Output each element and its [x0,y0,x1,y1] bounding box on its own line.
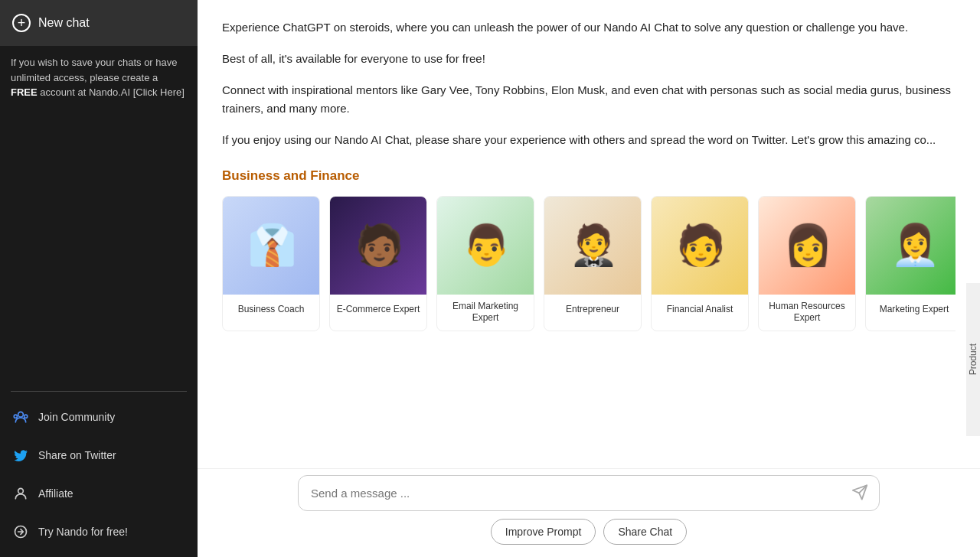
card-image-email-marketing: 👨 [437,197,534,295]
svg-point-0 [18,412,24,417]
card-label-business-coach: Business Coach [223,295,319,325]
avatar-financial-analyst: 🧑 [676,222,726,269]
join-community-label: Join Community [38,411,115,423]
sidebar-item-share-twitter[interactable]: Share on Twitter [0,436,198,474]
info-text-after: account at Nando.AI [Click Here] [38,86,185,98]
chat-input-area: Improve Prompt Share Chat [198,468,980,557]
main-content: Experience ChatGPT on steroids, where yo… [198,0,980,557]
svg-point-1 [14,415,17,418]
avatar-marketing-expert: 👩‍💼 [890,222,940,269]
avatar-human-resources: 👩 [783,222,833,269]
person-icon [12,485,29,502]
card-email-marketing[interactable]: 👨 Email Marketing Expert [436,196,534,331]
card-entrepreneur[interactable]: 🤵 Entrepreneur [544,196,642,331]
sidebar-item-join-community[interactable]: Join Community [0,398,198,436]
sidebar-divider [11,391,187,392]
card-image-business-coach: 👔 [223,197,320,295]
chat-action-buttons: Improve Prompt Share Chat [491,519,687,545]
product-label: Product [968,344,978,375]
cards-row: 👔 Business Coach 🧑🏾 E-Commerce Expert 👨 … [222,196,956,337]
sidebar-item-try-nando[interactable]: Try Nando for free! [0,513,198,551]
avatar-ecommerce: 🧑🏾 [354,222,404,269]
try-nando-label: Try Nando for free! [38,526,128,538]
send-icon[interactable] [851,484,868,503]
card-human-resources[interactable]: 👩 Human Resources Expert [758,196,856,331]
share-twitter-label: Share on Twitter [38,449,116,461]
chat-input[interactable] [311,487,845,500]
card-label-entrepreneur: Entrepreneur [544,295,641,325]
card-label-human-resources: Human Resources Expert [759,295,855,331]
avatar-business-coach: 👔 [247,222,297,269]
info-bold: FREE [11,86,38,98]
card-business-coach[interactable]: 👔 Business Coach [222,196,320,331]
plus-icon: + [12,14,31,32]
card-image-financial-analyst: 🧑 [652,197,749,295]
card-ecommerce-expert[interactable]: 🧑🏾 E-Commerce Expert [329,196,427,331]
chat-scroll-area: Experience ChatGPT on steroids, where yo… [198,0,980,468]
card-image-human-resources: 👩 [759,197,856,295]
twitter-icon [12,447,29,464]
right-edge-panel: Product [966,283,980,436]
affiliate-label: Affiliate [38,487,74,500]
card-label-email-marketing: Email Marketing Expert [437,295,534,331]
avatar-email-marketing: 👨 [462,222,511,269]
new-chat-label: New chat [38,16,90,30]
sidebar-nav: Join Community Share on Twitter Affiliat… [0,398,198,557]
info-text-before: If you wish to save your chats or have u… [11,57,178,83]
sidebar-info: If you wish to save your chats or have u… [0,46,198,391]
intro-paragraph-2: Best of all, it's available for everyone… [222,50,956,69]
card-image-ecommerce-expert: 🧑🏾 [330,197,427,295]
card-marketing-expert[interactable]: 👩‍💼 Marketing Expert [865,196,956,331]
section-title: Business and Finance [222,168,956,184]
card-image-marketing-expert: 👩‍💼 [866,197,956,295]
arrow-icon [12,523,29,540]
card-label-marketing-expert: Marketing Expert [866,295,956,325]
svg-point-3 [18,488,24,493]
card-label-financial-analyst: Financial Analist [652,295,748,325]
new-chat-button[interactable]: + New chat [0,0,198,46]
card-financial-analyst[interactable]: 🧑 Financial Analist [651,196,749,331]
chat-input-container [298,475,880,511]
intro-paragraph-4: If you enjoy using our Nando AI Chat, pl… [222,131,956,150]
improve-prompt-button[interactable]: Improve Prompt [491,519,596,545]
intro-paragraph-3: Connect with inspirational mentors like … [222,81,956,119]
share-chat-button[interactable]: Share Chat [603,519,687,545]
card-image-entrepreneur: 🤵 [544,197,642,295]
sidebar-item-affiliate[interactable]: Affiliate [0,474,198,513]
card-label-ecommerce-expert: E-Commerce Expert [330,295,426,325]
svg-point-2 [24,415,28,418]
sidebar: + New chat If you wish to save your chat… [0,0,198,557]
avatar-entrepreneur: 🤵 [569,222,619,269]
community-icon [12,409,29,425]
intro-paragraph-1: Experience ChatGPT on steroids, where yo… [222,18,956,37]
